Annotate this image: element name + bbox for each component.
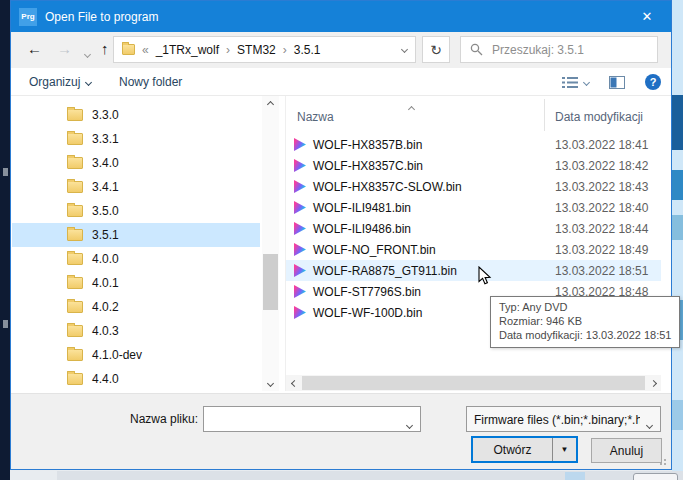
folder-icon (67, 349, 83, 361)
tree-item-3.3.1[interactable]: 3.3.1 (12, 127, 260, 151)
file-row[interactable]: WOLF-NO_FRONT.bin13.03.2022 18:49 (286, 239, 661, 260)
bin-file-icon (294, 201, 306, 214)
breadcrumb-segment[interactable]: _1TRx_wolf (156, 43, 219, 57)
list-horizontal-scrollbar[interactable] (286, 375, 661, 391)
tree-item-label: 4.0.3 (92, 324, 119, 338)
recent-locations-button[interactable] (85, 46, 90, 60)
tree-item-label: 3.4.0 (92, 156, 119, 170)
tree-item-3.5.1[interactable]: 3.5.1 (12, 223, 260, 247)
tree-item-4.0.0[interactable]: 4.0.0 (12, 247, 260, 271)
file-date: 13.03.2022 18:41 (555, 138, 648, 152)
column-header-name[interactable]: Nazwa (297, 110, 334, 124)
help-button[interactable]: ? (645, 68, 661, 96)
file-name: WOLF-NO_FRONT.bin (313, 243, 436, 257)
file-info-tooltip: Typ: Any DVD Rozmiar: 946 KB Data modyfi… (490, 296, 680, 348)
tree-item-4.0.1[interactable]: 4.0.1 (12, 271, 260, 295)
file-list: WOLF-HX8357B.bin13.03.2022 18:41WOLF-HX8… (286, 134, 661, 323)
address-dropdown-icon[interactable] (401, 46, 408, 53)
open-split-button[interactable]: Otwórz ▼ (471, 436, 578, 463)
scrollbar-thumb[interactable] (302, 376, 645, 390)
preview-pane-button[interactable] (609, 68, 625, 96)
mouse-cursor (478, 266, 492, 289)
file-name: WOLF-ILI9486.bin (313, 222, 411, 236)
file-row[interactable]: WOLF-HX8357C.bin13.03.2022 18:42 (286, 155, 661, 176)
tree-item-3.3.0[interactable]: 3.3.0 (12, 103, 260, 127)
file-name: WOLF-RA8875_GT911.bin (313, 264, 457, 278)
file-name-label: Nazwa pliku: (101, 412, 198, 426)
open-menu-button[interactable]: ▼ (553, 438, 576, 461)
back-button[interactable]: ← (27, 39, 42, 59)
view-mode-button[interactable] (562, 68, 589, 96)
bin-file-icon (294, 138, 306, 151)
tree-item-label: 4.1.0-dev (92, 348, 142, 362)
desktop-left-strip (0, 0, 10, 480)
cancel-button[interactable]: Anuluj (591, 438, 662, 463)
folder-icon (67, 277, 83, 289)
tree-item-3.4.0[interactable]: 3.4.0 (12, 151, 260, 175)
folder-icon (67, 373, 83, 385)
tree-item-3.4.1[interactable]: 3.4.1 (12, 175, 260, 199)
search-icon (470, 43, 483, 56)
folder-icon (67, 181, 83, 193)
breadcrumb-segment[interactable]: 3.5.1 (294, 43, 321, 57)
folder-icon (67, 253, 83, 265)
search-input[interactable]: Przeszukaj: 3.5.1 (460, 36, 658, 63)
file-name-input[interactable] (203, 406, 421, 432)
list-view-icon (562, 74, 578, 90)
tree-item-4.1.0-dev[interactable]: 4.1.0-dev (12, 343, 260, 367)
file-row[interactable]: WOLF-ILI9481.bin13.03.2022 18:40 (286, 197, 661, 218)
chevron-down-icon[interactable] (407, 417, 412, 431)
tree-item-4.4.0[interactable]: 4.4.0 (12, 367, 260, 391)
folder-icon (67, 301, 83, 313)
breadcrumb-segment[interactable]: STM32 (237, 43, 276, 57)
file-type-select[interactable]: Firmware files (*.bin;*.binary;*.h (466, 406, 661, 432)
forward-button[interactable]: → (57, 39, 72, 59)
breadcrumb-collapse[interactable]: « (142, 43, 149, 57)
file-row[interactable]: WOLF-RA8875_GT911.bin13.03.2022 18:51 (286, 260, 661, 281)
tree-item-4.0.3[interactable]: 4.0.3 (12, 319, 260, 343)
bin-file-icon (294, 243, 306, 256)
folder-icon (122, 44, 135, 55)
scroll-left-icon[interactable] (286, 375, 302, 391)
address-bar[interactable]: « _1TRx_wolf › STM32 › 3.5.1 (113, 36, 416, 63)
tree-item-label: 3.5.0 (92, 204, 119, 218)
column-header-date[interactable]: Data modyfikacji (555, 110, 643, 124)
scroll-up-icon[interactable] (262, 96, 279, 112)
desktop-bottom-strip (57, 471, 683, 480)
sort-ascending-icon (409, 101, 414, 115)
scroll-down-icon[interactable] (262, 375, 279, 391)
tree-item-4.0.2[interactable]: 4.0.2 (12, 295, 260, 319)
help-icon: ? (645, 74, 661, 90)
tree-item-label: 4.0.1 (92, 276, 119, 290)
file-date: 13.03.2022 18:49 (555, 243, 648, 257)
dialog-footer: Nazwa pliku: Firmware files (*.bin;*.bin… (11, 393, 671, 469)
refresh-button[interactable]: ↻ (422, 36, 450, 63)
refresh-icon: ↻ (430, 42, 442, 58)
background-button-fragment (633, 473, 678, 480)
open-file-dialog: Prg Open File to program ✕ ← → ↑ « _1TRx… (10, 0, 672, 470)
open-button[interactable]: Otwórz (473, 438, 552, 461)
up-button[interactable]: ↑ (101, 39, 109, 59)
file-name: WOLF-HX8357B.bin (313, 138, 422, 152)
close-button[interactable]: ✕ (631, 4, 663, 30)
chevron-down-icon[interactable] (647, 417, 652, 431)
file-date: 13.03.2022 18:43 (555, 180, 648, 194)
new-folder-button[interactable]: Nowy folder (119, 68, 182, 96)
tree-scrollbar[interactable] (262, 96, 279, 391)
tree-item-label: 3.3.1 (92, 132, 119, 146)
file-row[interactable]: WOLF-HX8357B.bin13.03.2022 18:41 (286, 134, 661, 155)
tree-item-3.5.0[interactable]: 3.5.0 (12, 199, 260, 223)
organize-button[interactable]: Organizuj (29, 68, 91, 96)
column-divider[interactable] (544, 99, 545, 131)
scroll-right-icon[interactable] (645, 375, 661, 391)
title-bar: Prg Open File to program ✕ (11, 1, 671, 32)
file-name: WOLF-ST7796S.bin (313, 285, 421, 299)
file-row[interactable]: WOLF-ILI9486.bin13.03.2022 18:44 (286, 218, 661, 239)
bin-file-icon (294, 264, 306, 277)
scrollbar-thumb[interactable] (263, 254, 278, 310)
file-row[interactable]: WOLF-HX8357C-SLOW.bin13.03.2022 18:43 (286, 176, 661, 197)
bin-file-icon (294, 285, 306, 298)
tree-item-label: 3.3.0 (92, 108, 119, 122)
resize-grip[interactable] (656, 455, 666, 465)
tooltip-line: Typ: Any DVD (499, 300, 671, 314)
